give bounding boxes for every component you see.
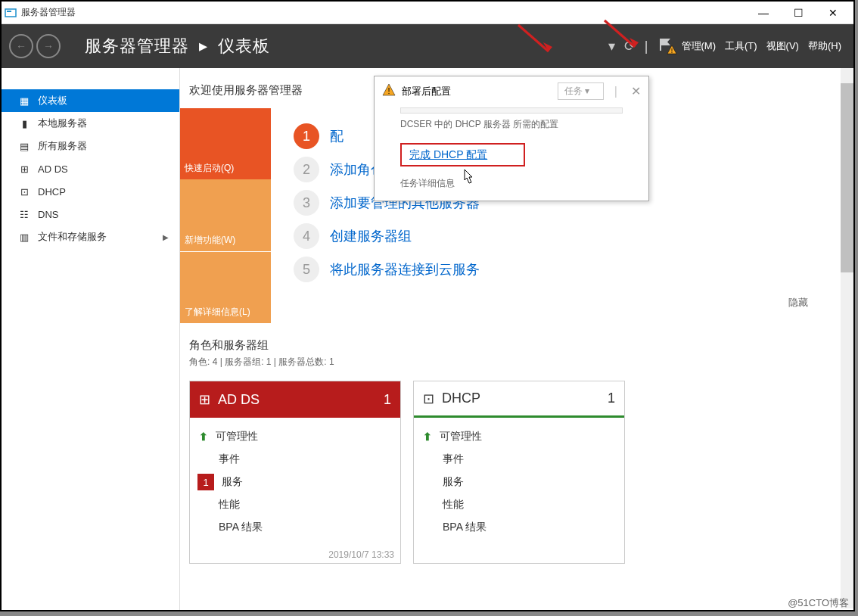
tile-row-events[interactable]: 事件 bbox=[199, 448, 391, 471]
svg-rect-0 bbox=[5, 9, 16, 17]
whats-new-label: 新增功能(W) bbox=[185, 234, 235, 247]
sidebar-item-label: 本地服务器 bbox=[38, 117, 87, 130]
menu-manage[interactable]: 管理(M) bbox=[682, 39, 717, 53]
step-5[interactable]: 5将此服务器连接到云服务 bbox=[294, 257, 831, 282]
learn-more-label: 了解详细信息(L) bbox=[185, 306, 250, 319]
tile-row-bpa[interactable]: BPA 结果 bbox=[199, 516, 391, 539]
whats-new-box[interactable]: 新增功能(W) bbox=[180, 179, 271, 250]
learn-more-box[interactable]: 了解详细信息(L) bbox=[180, 251, 271, 323]
up-arrow-icon: ⬆ bbox=[199, 431, 208, 443]
tile-count: 1 bbox=[608, 390, 615, 406]
tile-row-performance[interactable]: 性能 bbox=[423, 493, 615, 516]
quick-start-box[interactable]: 快速启动(Q) bbox=[180, 108, 271, 179]
tile-row-label: 性能 bbox=[443, 498, 464, 512]
warning-icon: ! bbox=[382, 83, 396, 100]
vertical-scrollbar[interactable] bbox=[841, 68, 853, 608]
sidebar-item-dns[interactable]: ☷DNS bbox=[2, 203, 179, 226]
storage-icon: ▥ bbox=[18, 232, 30, 243]
nav-forward-button[interactable]: → bbox=[36, 34, 61, 58]
step-number: 5 bbox=[294, 257, 319, 282]
tasks-dropdown[interactable]: 任务 ▾ bbox=[558, 82, 604, 100]
svg-text:!: ! bbox=[387, 86, 390, 95]
dns-icon: ☷ bbox=[18, 209, 30, 220]
svg-text:!: ! bbox=[670, 47, 673, 54]
sidebar-item-label: 文件和存储服务 bbox=[38, 230, 107, 244]
tile-row-manageability[interactable]: ⬆可管理性 bbox=[199, 425, 391, 448]
step-number: 2 bbox=[294, 157, 319, 182]
step-number: 1 bbox=[294, 123, 319, 149]
quick-links-column: 快速启动(Q) 新增功能(W) 了解详细信息(L) bbox=[180, 108, 271, 323]
breadcrumb-app: 服务器管理器 bbox=[85, 36, 189, 55]
sidebar-item-dhcp[interactable]: ⊡DHCP bbox=[2, 180, 179, 203]
progress-bar bbox=[400, 107, 623, 114]
svg-rect-1 bbox=[7, 11, 11, 12]
sidebar-item-dashboard[interactable]: ▦仪表板 bbox=[2, 89, 179, 112]
quick-start-label: 快速启动(Q) bbox=[185, 162, 234, 175]
tile-adds[interactable]: ⊞ AD DS 1 ⬆可管理性 事件 1服务 性能 BPA 结果 2019/10… bbox=[189, 381, 401, 564]
annotation-arrow-2 bbox=[601, 17, 646, 54]
menu-help[interactable]: 帮助(H) bbox=[808, 39, 841, 53]
tile-count: 1 bbox=[384, 392, 391, 408]
breadcrumb-page: 仪表板 bbox=[218, 36, 270, 55]
tile-header: ⊞ AD DS 1 bbox=[190, 381, 400, 418]
tile-row-label: 可管理性 bbox=[216, 430, 258, 443]
tile-row-label: 可管理性 bbox=[440, 430, 482, 443]
menu-tools[interactable]: 工具(T) bbox=[725, 39, 757, 53]
dhcp-icon: ⊡ bbox=[18, 186, 30, 198]
tile-row-services[interactable]: 1服务 bbox=[199, 471, 391, 493]
breadcrumb-separator: ▸ bbox=[199, 36, 208, 55]
header-bar: ← → 服务器管理器 ▸ 仪表板 ▾ ⟳ | ! 管理(M) 工具(T) 视图(… bbox=[2, 24, 853, 68]
chevron-right-icon: ▶ bbox=[163, 233, 169, 241]
tile-dhcp[interactable]: ⊡ DHCP 1 ⬆可管理性 事件 服务 性能 BPA 结果 bbox=[413, 381, 625, 564]
sidebar-item-local[interactable]: ▮本地服务器 bbox=[2, 112, 179, 135]
sidebar-item-adds[interactable]: ⊞AD DS bbox=[2, 157, 179, 180]
tile-row-services[interactable]: 服务 bbox=[423, 471, 615, 493]
adds-tile-icon: ⊞ bbox=[199, 391, 210, 408]
tile-header: ⊡ DHCP 1 bbox=[414, 381, 624, 418]
task-details-link[interactable]: 任务详细信息 bbox=[375, 171, 648, 201]
step-link: 配 bbox=[330, 127, 344, 145]
minimize-button[interactable]: — bbox=[746, 2, 781, 24]
adds-icon: ⊞ bbox=[18, 163, 30, 175]
scrollbar-thumb[interactable] bbox=[841, 83, 853, 272]
up-arrow-icon: ⬆ bbox=[423, 431, 432, 443]
tile-row-label: BPA 结果 bbox=[443, 521, 487, 534]
complete-dhcp-link[interactable]: 完成 DHCP 配置 bbox=[409, 148, 487, 160]
notification-popup: ! 部署后配置 任务 ▾ | ✕ DCSER 中的 DHCP 服务器 所需的配置… bbox=[374, 76, 649, 201]
dashboard-icon: ▦ bbox=[18, 95, 30, 107]
sidebar-item-all[interactable]: ▤所有服务器 bbox=[2, 135, 179, 157]
sidebar-item-label: DHCP bbox=[38, 186, 66, 198]
server-icon: ▮ bbox=[18, 118, 30, 129]
tile-row-label: 事件 bbox=[443, 453, 464, 466]
tile-row-label: BPA 结果 bbox=[219, 521, 263, 534]
sidebar-item-label: 仪表板 bbox=[38, 94, 67, 107]
tile-row-label: 服务 bbox=[222, 475, 243, 489]
popup-close-button[interactable]: ✕ bbox=[631, 84, 641, 98]
nav-back-button[interactable]: ← bbox=[9, 34, 33, 58]
sidebar: ▦仪表板 ▮本地服务器 ▤所有服务器 ⊞AD DS ⊡DHCP ☷DNS ▥文件… bbox=[2, 68, 180, 610]
step-link: 创建服务器组 bbox=[330, 227, 412, 245]
step-number: 3 bbox=[294, 190, 319, 216]
close-button[interactable]: ✕ bbox=[816, 2, 850, 24]
popup-title: 部署后配置 bbox=[402, 85, 552, 98]
tile-row-events[interactable]: 事件 bbox=[423, 448, 615, 471]
app-icon bbox=[5, 7, 17, 19]
hide-link[interactable]: 隐藏 bbox=[294, 290, 831, 316]
step-number: 4 bbox=[294, 223, 319, 249]
step-link: 将此服务器连接到云服务 bbox=[330, 260, 480, 278]
tile-title: AD DS bbox=[218, 392, 260, 408]
step-4[interactable]: 4创建服务器组 bbox=[294, 223, 831, 249]
tile-row-manageability[interactable]: ⬆可管理性 bbox=[423, 425, 615, 448]
tile-row-performance[interactable]: 性能 bbox=[199, 493, 391, 516]
roles-subtitle: 角色: 4 | 服务器组: 1 | 服务器总数: 1 bbox=[189, 356, 844, 369]
window-title: 服务器管理器 bbox=[21, 6, 76, 19]
notifications-flag-icon[interactable]: ! bbox=[657, 37, 673, 56]
sidebar-item-label: DNS bbox=[38, 209, 58, 220]
menu-view[interactable]: 视图(V) bbox=[766, 39, 799, 53]
maximize-button[interactable]: ☐ bbox=[781, 2, 816, 24]
tile-row-bpa[interactable]: BPA 结果 bbox=[423, 516, 615, 539]
sidebar-item-storage[interactable]: ▥文件和存储服务▶ bbox=[2, 226, 179, 248]
tile-row-label: 性能 bbox=[219, 498, 240, 512]
svg-line-4 bbox=[518, 25, 549, 51]
tile-timestamp: 2019/10/7 13:33 bbox=[190, 546, 400, 563]
